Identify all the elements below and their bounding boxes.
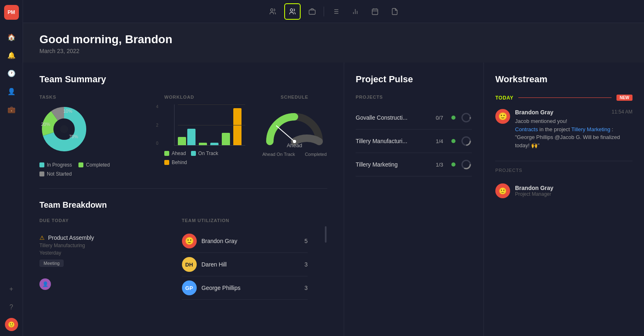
team-util-label: TEAM UTILIZATION [182,218,308,223]
nav-list[interactable] [327,3,344,20]
george-name: George Phillips [202,285,300,291]
bar-ahead-2 [199,143,207,145]
svg-rect-2 [309,10,315,14]
charts-row: TASKS 10% [39,95,327,177]
main-wrapper: Good morning, Brandon March 23, 2022 Tea… [23,0,644,336]
project-progress-3: 1/3 [436,162,443,168]
due-item-date: Yesterday [39,250,166,256]
breakdown-row: DUE TODAY ⚠ Product Assembly Tillery Man… [39,218,327,300]
legend-completed: Completed [78,162,110,168]
ws-link-tillery[interactable]: Tillery Marketing [571,126,610,132]
daren-avatar: DH [182,257,197,272]
ws-sender-name: Brandon Gray [515,109,553,116]
legend-ahead: Ahead [164,151,186,156]
bar-ontrack-3 [210,143,218,145]
due-item-title: Product Assembly [48,234,94,241]
nav-doc[interactable] [386,3,403,20]
brandon-name: Brandon Gray [202,238,300,244]
legend-dot-completed [78,162,83,167]
legend-label-ahead: Ahead [172,151,186,156]
gauge-label-ahead-ontrack: Ahead On Track [262,152,295,157]
ws-avatar-brandon: 🙂 [495,109,510,124]
due-today-label: DUE TODAY [39,218,166,223]
bar-legend: Ahead On Track Behind [164,151,245,165]
sidebar-time[interactable]: 🕐 [4,66,19,81]
section-divider [39,188,327,189]
nav-chart[interactable] [347,3,363,20]
brandon-count: 5 [304,238,308,244]
util-item-george[interactable]: GP George Phillips 3 [182,276,308,300]
pie-label-completed: 20% [41,122,50,127]
ws-brandon-avatar: 🙂 [495,183,510,198]
warning-icon: ⚠ [39,234,45,241]
util-item-daren[interactable]: DH Daren Hill 3 [182,253,308,276]
progress-ring-2 [460,135,472,147]
ws-brandon-sub: Project Manager [515,191,553,197]
svg-point-0 [270,9,273,11]
due-item-avatars: 👤 [39,277,166,290]
ws-projects-label: PROJECTS [495,168,632,173]
nav-team-active[interactable] [284,3,301,20]
user-avatar[interactable]: 🙂 [5,318,18,331]
legend-dot-behind [164,160,169,165]
due-item-tag: Meeting [39,260,64,267]
legend-on-track: On Track [191,151,218,156]
project-name-1: Govalle Constructi... [356,114,431,121]
ws-project-brandon[interactable]: 🙂 Brandon Gray Project Manager [495,179,632,202]
ws-message-text: Jacob mentioned you! Contracts in the pr… [515,117,632,149]
sidebar-add[interactable]: + [4,282,19,297]
bar-ontrack-1 [187,129,196,145]
ws-link-contracts[interactable]: Contracts [515,126,538,132]
util-item-brandon[interactable]: 🙂 Brandon Gray 5 [182,229,308,253]
legend-dot-ontrack [191,151,196,156]
daren-name: Daren Hill [202,261,300,268]
middle-panel: Project Pulse PROJECTS Govalle Construct… [344,63,484,336]
sidebar-portfolio[interactable]: 💼 [4,102,19,117]
sidebar-home[interactable]: 🏠 [4,30,19,44]
pie-label-inprogress: 70% [69,134,78,139]
project-item-3[interactable]: Tillery Marketing 1/3 [356,153,472,176]
project-pulse-title: Project Pulse [356,74,472,85]
scrollbar-thumb[interactable] [325,226,327,243]
due-item-header: ⚠ Product Assembly [39,234,166,241]
progress-ring-3 [460,159,472,170]
bar-ahead-1 [178,137,186,145]
legend-label-completed: Completed [86,162,110,168]
bar-group-5 [233,108,242,145]
app-logo[interactable]: PM [4,5,19,20]
nav-calendar[interactable] [367,3,383,20]
pie-chart-wrapper: 10% 20% 70% [39,104,148,155]
project-item-1[interactable]: Govalle Constructi... 0/7 [356,106,472,130]
ws-message-header: Brandon Gray 11:54 AM [515,109,632,116]
svg-point-22 [462,114,470,122]
page-header: Good morning, Brandon March 23, 2022 [23,23,644,63]
project-progress-1: 0/7 [436,115,443,121]
pie-legend: In Progress Completed Not Started [39,162,148,177]
header-date: March 23, 2022 [39,48,628,54]
sidebar-people[interactable]: 👤 [4,84,19,99]
sidebar-help[interactable]: ? [4,300,19,315]
sidebar-notifications[interactable]: 🔔 [4,48,19,63]
content-area: Team Summary TASKS [23,63,644,336]
greeting-title: Good morning, Brandon [39,33,628,46]
new-badge: NEW [616,95,632,101]
bar-group-3 [210,143,218,145]
pie-label-not-started: 10% [63,109,72,114]
workstream-projects-section: PROJECTS 🙂 Brandon Gray Project Manager [495,161,632,202]
workstream-header: TODAY NEW [495,95,632,101]
status-dot-2 [451,139,455,143]
gauge-chart [262,104,327,146]
nav-team[interactable] [264,3,281,20]
nav-briefcase[interactable] [304,3,320,20]
daren-count: 3 [304,261,308,268]
legend-label-inprogress: In Progress [47,162,72,168]
due-item-1[interactable]: ⚠ Product Assembly Tillery Manufacturing… [39,229,166,272]
project-item-2[interactable]: Tillery Manufacturi... 1/4 [356,130,472,153]
sidebar: PM 🏠 🔔 🕐 👤 💼 + ? 🙂 [0,0,23,336]
legend-dot-notstarted [39,171,44,176]
george-avatar: GP [182,280,197,295]
ws-project-info: Brandon Gray Project Manager [515,185,553,197]
due-today-col: DUE TODAY ⚠ Product Assembly Tillery Man… [39,218,166,300]
ws-message-content: Brandon Gray 11:54 AM Jacob mentioned yo… [515,109,632,149]
project-progress-2: 1/4 [436,138,443,144]
